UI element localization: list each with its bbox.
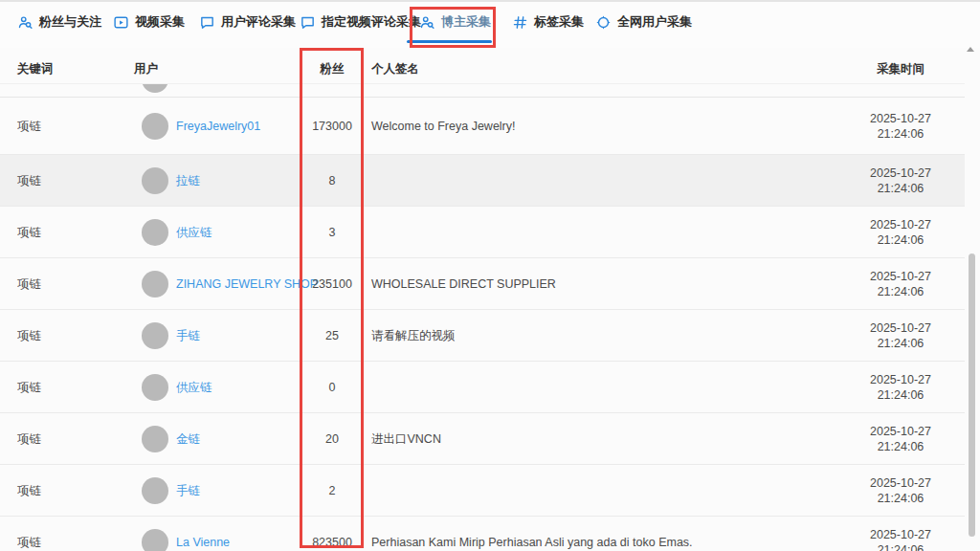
user-link[interactable]: La Vienne xyxy=(176,536,230,549)
vertical-scrollbar-thumb[interactable] xyxy=(969,253,975,537)
collect-time-cell: 2025-10-27 21:24:06 xyxy=(848,217,953,248)
collect-date: 2025-10-27 xyxy=(870,476,931,490)
collect-time-cell: 2025-10-27 21:24:06 xyxy=(848,527,953,551)
keyword-cell: 项链 xyxy=(17,327,41,343)
collect-clock: 21:24:06 xyxy=(878,233,924,247)
tab-blogger-collect[interactable]: 博主采集 xyxy=(419,13,491,31)
fans-cell: 25 xyxy=(301,329,364,342)
signature-cell: Perhiasan Kami Mirip Perhiasan Asli yang… xyxy=(371,536,693,549)
collect-clock: 21:24:06 xyxy=(878,285,924,298)
avatar[interactable] xyxy=(142,477,168,504)
tab-label: 指定视频评论采集 xyxy=(322,13,421,31)
table-header: 关键词 用户 粉丝 个人签名 采集时间 xyxy=(0,55,965,82)
fans-cell: 20 xyxy=(301,432,364,446)
person-search-icon xyxy=(419,14,435,31)
tab-tag-collect[interactable]: 标签采集 xyxy=(512,13,584,31)
fans-cell: 2 xyxy=(301,484,364,497)
tab-label: 视频采集 xyxy=(135,13,185,31)
column-header-signature: 个人签名 xyxy=(371,61,419,77)
tab-video-collect[interactable]: 视频采集 xyxy=(113,13,185,31)
avatar[interactable] xyxy=(142,426,168,452)
table-row[interactable]: 项链 ZIHANG JEWELRY SHOP 235100 WHOLESALE … xyxy=(0,258,965,310)
avatar[interactable] xyxy=(142,271,168,298)
table-row[interactable]: 项链 手链 25 请看解压的视频 2025-10-27 21:24:06 xyxy=(0,310,965,362)
collect-time-cell: 2025-10-27 21:24:06 xyxy=(848,372,953,403)
keyword-cell: 项链 xyxy=(17,430,41,447)
keyword-cell: 项链 xyxy=(17,276,41,292)
collect-time-cell: 2025-10-27 21:24:06 xyxy=(848,165,953,196)
column-header-fans: 粉丝 xyxy=(301,61,364,77)
collect-clock: 21:24:06 xyxy=(878,492,924,505)
active-tab-underline xyxy=(407,40,492,43)
table-body: 项链 FreyaJewelry01 173000 Welcome to Frey… xyxy=(0,97,965,551)
tab-label: 全网用户采集 xyxy=(617,13,692,31)
keyword-cell: 项链 xyxy=(17,224,41,240)
collect-clock: 21:24:06 xyxy=(878,337,924,350)
signature-cell: WHOLESALE DIRECT SUPPLIER xyxy=(371,277,556,291)
collect-date: 2025-10-27 xyxy=(870,166,931,180)
globe-icon xyxy=(595,14,612,31)
signature-cell: Welcome to Freya Jewelry! xyxy=(371,120,516,133)
tab-label: 博主采集 xyxy=(441,13,491,31)
collect-clock: 21:24:06 xyxy=(878,543,924,551)
collect-clock: 21:24:06 xyxy=(878,127,924,141)
table-row[interactable]: 项链 拉链 8 2025-10-27 21:24:06 xyxy=(0,155,965,207)
avatar[interactable] xyxy=(142,219,168,246)
video-icon xyxy=(113,14,129,31)
collect-time-cell: 2025-10-27 21:24:06 xyxy=(848,475,953,506)
collect-date: 2025-10-27 xyxy=(870,270,931,283)
user-link[interactable]: ZIHANG JEWELRY SHOP xyxy=(176,277,318,291)
hash-icon xyxy=(512,14,528,31)
tab-video-comment-collect[interactable]: 指定视频评论采集 xyxy=(300,13,421,31)
keyword-cell: 项链 xyxy=(17,534,41,550)
tab-all-user-collect[interactable]: 全网用户采集 xyxy=(595,13,692,31)
fans-cell: 235100 xyxy=(301,277,364,291)
column-header-keyword: 关键词 xyxy=(17,61,54,77)
collect-date: 2025-10-27 xyxy=(870,425,931,438)
fans-cell: 823500 xyxy=(301,536,364,549)
avatar[interactable] xyxy=(142,529,168,551)
table-row[interactable]: 项链 金链 20 进出口VNCN 2025-10-27 21:24:06 xyxy=(0,413,965,465)
clipped-row-sliver xyxy=(0,83,965,98)
keyword-cell: 项链 xyxy=(17,482,41,498)
signature-cell: 进出口VNCN xyxy=(371,430,441,447)
user-link[interactable]: 拉链 xyxy=(176,172,200,188)
tab-user-comment-collect[interactable]: 用户评论采集 xyxy=(199,13,296,31)
avatar[interactable] xyxy=(142,113,168,140)
fans-cell: 3 xyxy=(301,226,364,239)
column-header-time: 采集时间 xyxy=(848,61,953,77)
collect-clock: 21:24:06 xyxy=(878,388,924,402)
user-link[interactable]: 手链 xyxy=(176,327,200,343)
user-link[interactable]: 手链 xyxy=(176,482,200,498)
collect-date: 2025-10-27 xyxy=(870,112,931,125)
user-link[interactable]: 供应链 xyxy=(176,224,212,240)
scrollbar-up-arrow-icon[interactable] xyxy=(967,47,974,52)
column-header-user: 用户 xyxy=(134,61,158,77)
avatar[interactable] xyxy=(142,167,168,194)
collect-time-cell: 2025-10-27 21:24:06 xyxy=(848,320,953,351)
collect-date: 2025-10-27 xyxy=(870,218,931,231)
user-link[interactable]: FreyaJewelry01 xyxy=(176,120,260,133)
fans-cell: 173000 xyxy=(301,120,364,133)
user-link[interactable]: 金链 xyxy=(176,430,200,447)
table-row[interactable]: 项链 供应链 0 2025-10-27 21:24:06 xyxy=(0,362,965,413)
collect-time-cell: 2025-10-27 21:24:06 xyxy=(848,111,953,142)
collect-date: 2025-10-27 xyxy=(870,321,931,335)
signature-cell: 请看解压的视频 xyxy=(371,327,456,343)
comment-icon xyxy=(300,14,316,31)
table-row[interactable]: 项链 FreyaJewelry01 173000 Welcome to Frey… xyxy=(0,98,965,155)
table-row[interactable]: 项链 La Vienne 823500 Perhiasan Kami Mirip… xyxy=(0,517,965,551)
table-row[interactable]: 项链 供应链 3 2025-10-27 21:24:06 xyxy=(0,207,965,258)
collect-date: 2025-10-27 xyxy=(870,373,931,386)
user-link[interactable]: 供应链 xyxy=(176,379,212,395)
comment-icon xyxy=(199,14,215,31)
collect-time-cell: 2025-10-27 21:24:06 xyxy=(848,269,953,299)
tab-label: 标签采集 xyxy=(534,13,584,31)
avatar[interactable] xyxy=(142,374,168,401)
table-row[interactable]: 项链 手链 2 2025-10-27 21:24:06 xyxy=(0,465,965,517)
tab-fans-follow[interactable]: 粉丝与关注 xyxy=(17,13,101,31)
avatar[interactable] xyxy=(142,322,168,349)
tab-label: 粉丝与关注 xyxy=(39,13,101,31)
keyword-cell: 项链 xyxy=(17,379,41,395)
person-search-icon xyxy=(17,14,33,31)
